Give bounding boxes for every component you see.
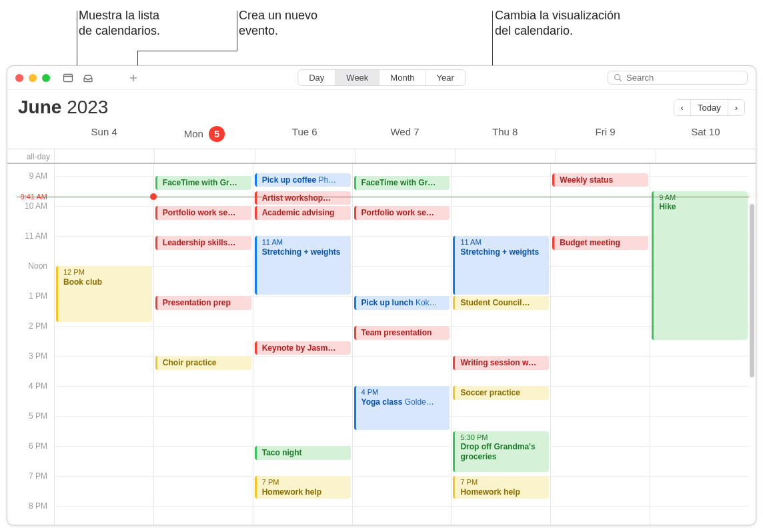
event[interactable]: 7 PMHomework help xyxy=(255,476,351,499)
scrollbar[interactable] xyxy=(750,204,754,377)
day-header[interactable]: Sat 10 xyxy=(656,122,756,149)
hour-label: 3 PM xyxy=(7,351,51,361)
svg-rect-0 xyxy=(64,74,73,81)
day-col-tue[interactable]: Pick up coffee Ph…Artist workshop…Academ… xyxy=(253,164,352,525)
day-headers: Sun 4Mon 5Tue 6Wed 7Thu 8Fri 9Sat 10 xyxy=(7,122,756,149)
event[interactable]: Pick up coffee Ph… xyxy=(255,173,351,187)
day-col-mon[interactable]: FaceTime with Gr…Portfolio work se…Leade… xyxy=(153,164,253,525)
hour-label: Noon xyxy=(7,261,51,271)
hour-label: 1 PM xyxy=(7,291,51,301)
hour-label: 11 AM xyxy=(7,231,51,241)
day-header[interactable]: Sun 4 xyxy=(54,122,154,149)
search-input[interactable] xyxy=(626,73,742,83)
event[interactable]: Portfolio work se… xyxy=(155,206,251,220)
day-header[interactable]: Fri 9 xyxy=(555,122,655,149)
hour-label: 10 AM xyxy=(7,201,51,211)
event[interactable]: Writing session w… xyxy=(453,356,549,370)
event[interactable]: 11 AMStretching + weights xyxy=(453,236,549,295)
callout-new-event: Crea un nuevo evento. xyxy=(239,8,317,39)
event[interactable]: Academic advising xyxy=(255,206,351,220)
allday-row: all-day xyxy=(7,149,756,164)
event[interactable]: Budget meeting xyxy=(552,236,648,250)
add-event-button[interactable] xyxy=(126,71,141,85)
event[interactable]: Team presentation xyxy=(354,326,450,340)
search-field[interactable] xyxy=(608,71,748,85)
allday-label: all-day xyxy=(7,149,54,163)
calendars-list-button[interactable] xyxy=(61,71,75,85)
view-segmented-control: Day Week Month Year xyxy=(297,69,466,86)
event[interactable]: FaceTime with Gr… xyxy=(155,176,251,190)
day-col-sat[interactable]: 9 AMHike xyxy=(650,164,749,525)
view-month-button[interactable]: Month xyxy=(379,70,425,85)
event[interactable]: 12 PMBook club xyxy=(56,266,152,322)
now-indicator xyxy=(17,197,749,197)
day-col-thu[interactable]: 11 AMStretching + weightsStudent Council… xyxy=(451,164,550,525)
event[interactable]: Taco night xyxy=(255,446,351,460)
now-dot-icon xyxy=(150,193,157,200)
day-col-fri[interactable]: Weekly statusBudget meeting xyxy=(550,164,650,525)
event[interactable]: 7 PMHomework help xyxy=(453,476,549,499)
day-col-wed[interactable]: FaceTime with Gr…Portfolio work se…Pick … xyxy=(352,164,452,525)
view-week-button[interactable]: Week xyxy=(335,70,379,85)
event[interactable]: Artist workshop… xyxy=(255,191,351,205)
event[interactable]: Portfolio work se… xyxy=(354,206,450,220)
close-icon[interactable] xyxy=(15,74,23,82)
hour-label: 4 PM xyxy=(7,381,51,391)
fullscreen-icon[interactable] xyxy=(42,74,50,82)
today-button[interactable]: Today xyxy=(690,100,728,115)
day-header[interactable]: Thu 8 xyxy=(455,122,555,149)
event[interactable]: 9 AMHike xyxy=(652,191,748,340)
inbox-button[interactable] xyxy=(81,71,95,85)
event[interactable]: Choir practice xyxy=(155,356,251,370)
day-header[interactable]: Tue 6 xyxy=(255,122,355,149)
event[interactable]: Student Council… xyxy=(453,296,549,310)
event[interactable]: 11 AMStretching + weights xyxy=(255,236,351,295)
hour-label: 9 AM xyxy=(7,171,51,181)
callout-calendar-list: Muestra la lista de calendarios. xyxy=(79,8,160,39)
event[interactable]: Weekly status xyxy=(552,173,648,187)
view-year-button[interactable]: Year xyxy=(425,70,464,85)
day-header[interactable]: Mon 5 xyxy=(154,122,254,149)
day-header[interactable]: Wed 7 xyxy=(355,122,455,149)
event[interactable]: FaceTime with Gr… xyxy=(354,176,450,190)
week-grid[interactable]: 9 AM10 AM11 AMNoon1 PM2 PM3 PM4 PM5 PM6 … xyxy=(7,164,756,525)
window-controls xyxy=(15,74,50,82)
page-title: June 2023 xyxy=(18,97,108,118)
calendar-window: Day Week Month Year June 2023 ‹ Today › … xyxy=(7,65,756,525)
day-col-sun[interactable]: 12 PMBook club xyxy=(54,164,153,525)
hour-label: 8 PM xyxy=(7,501,51,511)
minimize-icon[interactable] xyxy=(29,74,37,82)
event[interactable]: Presentation prep xyxy=(155,296,251,310)
event[interactable]: Pick up lunch Kok… xyxy=(354,296,450,310)
hour-label: 7 PM xyxy=(7,471,51,481)
month-header: June 2023 ‹ Today › xyxy=(7,90,756,122)
hour-label: 6 PM xyxy=(7,441,51,451)
event[interactable]: 4 PMYoga class Golde… xyxy=(354,386,450,430)
event[interactable]: 5:30 PMDrop off Grandma's groceries xyxy=(453,431,549,472)
event[interactable]: Leadership skills… xyxy=(155,236,251,250)
hour-label: 5 PM xyxy=(7,411,51,421)
today-nav: ‹ Today › xyxy=(674,99,745,116)
prev-week-button[interactable]: ‹ xyxy=(674,100,690,115)
event[interactable]: Soccer practice xyxy=(453,386,549,400)
svg-point-1 xyxy=(615,75,620,80)
titlebar: Day Week Month Year xyxy=(7,66,756,90)
view-day-button[interactable]: Day xyxy=(298,70,335,85)
search-icon xyxy=(614,73,622,82)
hour-label: 2 PM xyxy=(7,321,51,331)
event[interactable]: Keynote by Jasm… xyxy=(255,341,351,355)
next-week-button[interactable]: › xyxy=(728,100,744,115)
callout-view-switch: Cambia la visualización del calendario. xyxy=(495,8,620,39)
